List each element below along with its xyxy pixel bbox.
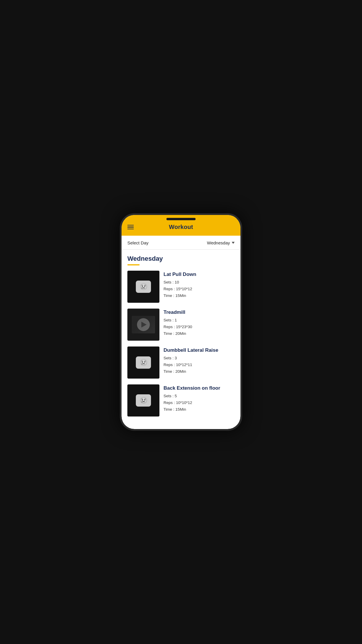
exercise-sets: Sets : 1	[164, 317, 235, 324]
exercise-item[interactable]: Treadmill Sets : 1 Reps : 15*23*30 Time …	[127, 309, 235, 341]
exercise-thumbnail-lat-pull-down[interactable]	[127, 271, 159, 303]
exercise-sets: Sets : 5	[164, 393, 235, 400]
exercise-item[interactable]: Dumbbell Lateral Raise Sets : 3 Reps : 1…	[127, 346, 235, 379]
exercise-reps: Reps : 15*23*30	[164, 324, 235, 330]
exercise-list: Lat Pull Down Sets : 10 Reps : 15*10*12 …	[127, 271, 235, 416]
broken-video-icon	[136, 281, 151, 293]
exercise-info-lat-pull-down: Lat Pull Down Sets : 10 Reps : 15*10*12 …	[164, 271, 235, 299]
exercise-info-treadmill: Treadmill Sets : 1 Reps : 15*23*30 Time …	[164, 309, 235, 337]
phone-screen: Workout Select Day Wednesday Wednesday	[122, 215, 240, 429]
exercise-reps: Reps : 10*10*12	[164, 400, 235, 406]
exercise-reps: Reps : 10*12*11	[164, 362, 235, 368]
exercise-name: Dumbbell Lateral Raise	[164, 347, 235, 354]
broken-video-icon	[136, 394, 151, 407]
exercise-thumbnail-dumbbell-lateral-raise[interactable]	[127, 346, 159, 379]
exercise-info-back-extension: Back Extension on floor Sets : 5 Reps : …	[164, 384, 235, 413]
exercise-time: Time : 20Min	[164, 368, 235, 375]
exercise-sets: Sets : 10	[164, 279, 235, 286]
day-dropdown[interactable]: Wednesday	[207, 240, 235, 245]
select-day-label: Select Day	[127, 240, 149, 245]
selected-day-text: Wednesday	[207, 240, 230, 245]
phone-notch	[166, 218, 196, 220]
day-underline-decoration	[127, 264, 140, 265]
exercise-name: Back Extension on floor	[164, 385, 235, 391]
treadmill-silhouette	[127, 309, 159, 341]
exercise-reps: Reps : 15*10*12	[164, 286, 235, 293]
phone-frame: Workout Select Day Wednesday Wednesday	[120, 213, 242, 431]
exercise-name: Treadmill	[164, 309, 235, 316]
exercises-scroll-content[interactable]: Wednesday Lat Pull Down Sets : 10 Reps :…	[122, 250, 240, 429]
exercise-name: Lat Pull Down	[164, 271, 235, 278]
exercise-thumbnail-treadmill[interactable]	[127, 309, 159, 341]
exercise-time: Time : 20Min	[164, 330, 235, 337]
select-day-row: Select Day Wednesday	[122, 236, 240, 250]
exercise-thumbnail-back-extension[interactable]	[127, 384, 159, 416]
exercise-item[interactable]: Back Extension on floor Sets : 5 Reps : …	[127, 384, 235, 416]
exercise-time: Time : 15Min	[164, 293, 235, 299]
exercise-item[interactable]: Lat Pull Down Sets : 10 Reps : 15*10*12 …	[127, 271, 235, 303]
exercise-time: Time : 15Min	[164, 406, 235, 413]
menu-button[interactable]	[127, 225, 134, 230]
treadmill-bg-shape	[132, 316, 155, 333]
exercise-info-dumbbell-lateral-raise: Dumbbell Lateral Raise Sets : 3 Reps : 1…	[164, 346, 235, 375]
chevron-down-icon	[232, 242, 235, 244]
exercise-sets: Sets : 3	[164, 355, 235, 362]
broken-video-icon	[136, 356, 151, 369]
day-heading: Wednesday	[127, 255, 235, 262]
header-title: Workout	[169, 224, 193, 230]
